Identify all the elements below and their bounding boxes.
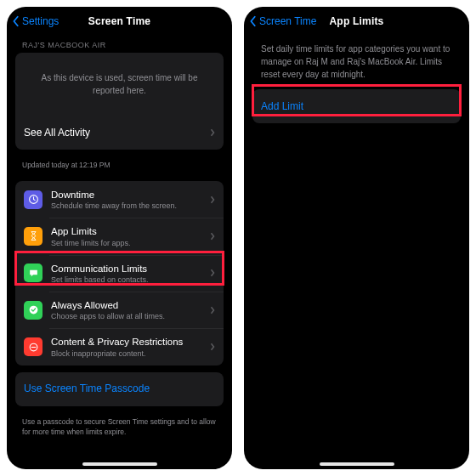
device-header: RAJ'S MACBOOK AIR bbox=[15, 36, 224, 53]
home-indicator[interactable] bbox=[82, 462, 157, 466]
chevron-right-icon bbox=[210, 303, 215, 318]
row-sub: Block inappropriate content. bbox=[51, 349, 205, 358]
add-limit-label: Add Limit bbox=[261, 100, 452, 113]
check-icon bbox=[24, 301, 42, 320]
communication-limits-row[interactable]: Communication LimitsSet limits based on … bbox=[15, 255, 224, 292]
home-indicator[interactable] bbox=[320, 462, 394, 466]
passcode-label: Use Screen Time Passcode bbox=[24, 382, 215, 395]
row-title: App Limits bbox=[51, 225, 205, 237]
row-sub: Set time limits for apps. bbox=[51, 239, 205, 247]
app-limits-row[interactable]: App LimitsSet time limits for apps. bbox=[15, 218, 224, 254]
row-title: Downtime bbox=[51, 189, 205, 201]
content: RAJ'S MACBOOK AIR As this device is used… bbox=[7, 36, 232, 469]
phone-screen-time: Settings Screen Time RAJ'S MACBOOK AIR A… bbox=[7, 7, 232, 469]
always-allowed-row[interactable]: Always AllowedChoose apps to allow at al… bbox=[15, 292, 224, 328]
row-title: Always Allowed bbox=[51, 299, 205, 311]
phone-app-limits: Screen Time App Limits Set daily time li… bbox=[244, 7, 469, 469]
row-sub: Choose apps to allow at all times. bbox=[51, 312, 205, 320]
usage-placeholder: As this device is used, screen time will… bbox=[15, 53, 224, 116]
chevron-right-icon bbox=[210, 229, 215, 244]
row-sub: Schedule time away from the screen. bbox=[51, 201, 205, 210]
passcode-help: Use a passcode to secure Screen Time set… bbox=[15, 413, 224, 445]
row-title: Content & Privacy Restrictions bbox=[51, 336, 205, 348]
usage-card: As this device is used, screen time will… bbox=[15, 53, 224, 150]
updated-text: Updated today at 12:19 PM bbox=[15, 156, 224, 178]
chevron-right-icon bbox=[210, 192, 215, 207]
back-label: Screen Time bbox=[259, 15, 316, 27]
page-title: Screen Time bbox=[88, 15, 150, 27]
chevron-right-icon bbox=[210, 339, 215, 354]
content: Set daily time limits for app categories… bbox=[244, 36, 469, 469]
nav-bar: Settings Screen Time bbox=[7, 7, 232, 36]
downtime-row[interactable]: DowntimeSchedule time away from the scre… bbox=[15, 181, 224, 218]
row-title: Communication Limits bbox=[51, 263, 205, 275]
chevron-left-icon bbox=[249, 15, 258, 27]
communication-icon bbox=[24, 264, 42, 282]
add-limit-row[interactable]: Add Limit bbox=[252, 89, 461, 123]
back-label: Settings bbox=[22, 15, 59, 27]
help-text: Set daily time limits for app categories… bbox=[252, 36, 461, 89]
page-title: App Limits bbox=[330, 15, 384, 27]
svg-rect-4 bbox=[31, 347, 35, 348]
back-button[interactable]: Screen Time bbox=[249, 7, 316, 36]
chevron-left-icon bbox=[12, 15, 20, 27]
chevron-right-icon bbox=[210, 265, 215, 280]
use-passcode-row[interactable]: Use Screen Time Passcode bbox=[15, 372, 224, 406]
add-limit-card: Add Limit bbox=[252, 89, 461, 123]
chevron-right-icon bbox=[210, 125, 215, 140]
limits-list: DowntimeSchedule time away from the scre… bbox=[15, 181, 224, 366]
content-privacy-row[interactable]: Content & Privacy RestrictionsBlock inap… bbox=[15, 328, 224, 365]
nav-bar: Screen Time App Limits bbox=[244, 7, 469, 36]
see-all-label: See All Activity bbox=[24, 127, 205, 139]
see-all-activity-row[interactable]: See All Activity bbox=[15, 116, 224, 150]
passcode-card: Use Screen Time Passcode bbox=[15, 372, 224, 406]
tutorial-image: Settings Screen Time RAJ'S MACBOOK AIR A… bbox=[0, 0, 476, 476]
hourglass-icon bbox=[24, 227, 42, 246]
downtime-icon bbox=[24, 190, 42, 209]
row-sub: Set limits based on contacts. bbox=[51, 275, 205, 284]
no-entry-icon bbox=[24, 337, 42, 356]
back-button[interactable]: Settings bbox=[12, 7, 59, 36]
